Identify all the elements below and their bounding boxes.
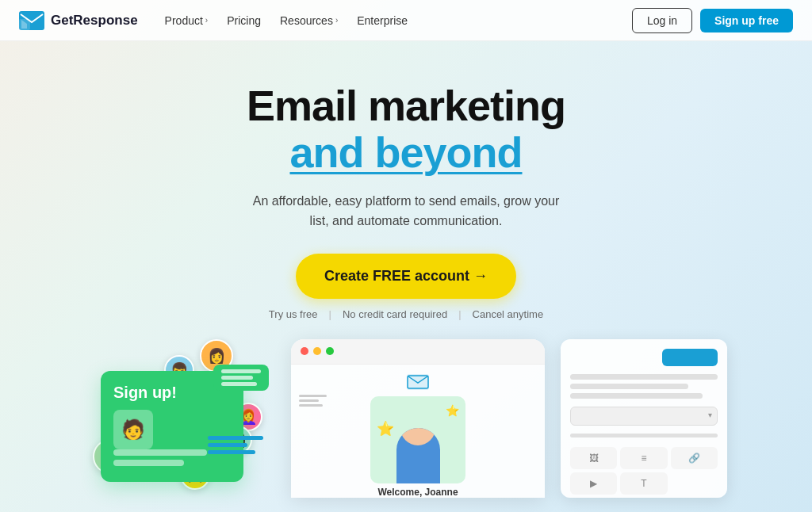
person-silhouette (386, 412, 450, 483)
brand-name: GetResponse (51, 13, 138, 29)
svg-rect-2 (407, 374, 429, 390)
editor-tool-type[interactable]: T (620, 472, 667, 495)
welcome-message: Welcome, Joanne (377, 487, 458, 498)
window-dot-yellow (313, 347, 321, 355)
squiggle-decorations (299, 395, 327, 407)
signup-bar-2 (113, 460, 184, 466)
email-icon (407, 374, 429, 390)
editor-line-3 (570, 393, 703, 399)
editor-blue-button (662, 349, 718, 366)
hero-note-2: No credit card required (329, 308, 448, 320)
person-figure-container: ⭐ ⭐ (370, 396, 465, 483)
navigation: GetResponse Product › Pricing Resources … (0, 0, 812, 41)
signup-bar-1 (113, 449, 207, 456)
signup-card-label: Sign up! (113, 384, 177, 402)
person-body (396, 428, 440, 483)
hero-note-1: Try us free (269, 308, 318, 320)
email-client-body: ⭐ ⭐ Welcome, Joanne (291, 365, 545, 498)
nav-product[interactable]: Product › (157, 10, 216, 32)
nav-resources[interactable]: Resources › (272, 10, 346, 32)
editor-range-slider (570, 434, 718, 437)
hero-note: Try us free No credit card required Canc… (269, 308, 543, 320)
editor-select-field[interactable] (570, 407, 718, 426)
editor-text-lines (570, 374, 718, 399)
green-tag-line-1 (221, 369, 261, 373)
hero-description: An affordable, easy platform to send ema… (247, 191, 565, 231)
window-dot-green (326, 347, 334, 355)
mail-icon (19, 11, 44, 30)
green-form-tag (213, 365, 269, 391)
hero-title-line1: Email marketing (247, 82, 565, 129)
nav-enterprise[interactable]: Enterprise (349, 10, 416, 32)
signup-card-figure: 🧑 (113, 410, 153, 449)
window-dot-red (301, 347, 308, 355)
editor-tool-image[interactable]: 🖼 (570, 447, 617, 469)
blue-line-1 (208, 436, 263, 440)
signup-widget-illustration: 👩 👦 👩‍🦰 👨🏿 👧 👩🏻 Sign up! 🧑 (85, 339, 275, 498)
blue-decorative-lines (208, 436, 263, 454)
nav-links: Product › Pricing Resources › Enterprise (157, 10, 632, 32)
green-tag-line-3 (221, 382, 257, 386)
editor-tool-link[interactable]: 🔗 (671, 447, 718, 469)
nav-pricing[interactable]: Pricing (219, 10, 269, 32)
cta-button[interactable]: Create FREE account → (296, 254, 516, 299)
blue-line-2 (208, 443, 247, 447)
blue-line-3 (208, 450, 255, 454)
hero-title-line2: and beyond (289, 129, 522, 176)
email-client-illustration: ⭐ ⭐ Welcome, Joanne (291, 339, 545, 498)
signup-button[interactable]: Sign up free (700, 9, 793, 32)
editor-tool-play[interactable]: ▶ (570, 472, 617, 495)
editor-panel-illustration: 🖼 ≡ 🔗 ▶ T (561, 339, 727, 498)
illustrations-row: 👩 👦 👩‍🦰 👨🏿 👧 👩🏻 Sign up! 🧑 (0, 339, 812, 512)
hero-note-3: Cancel anytime (458, 308, 543, 320)
nav-actions: Log in Sign up free (632, 8, 793, 33)
logo[interactable]: GetResponse (19, 11, 138, 30)
editor-line-1 (570, 374, 718, 380)
person-head (400, 428, 435, 445)
chevron-icon: › (205, 16, 208, 25)
editor-tool-text[interactable]: ≡ (620, 447, 667, 469)
editor-line-2 (570, 384, 688, 389)
window-header (291, 339, 545, 365)
editor-tools-grid: 🖼 ≡ 🔗 ▶ T (570, 447, 718, 495)
green-tag-line-2 (221, 376, 253, 380)
chevron-icon: › (335, 16, 338, 25)
login-button[interactable]: Log in (632, 8, 692, 33)
hero-section: Email marketing and beyond An affordable… (0, 41, 812, 512)
